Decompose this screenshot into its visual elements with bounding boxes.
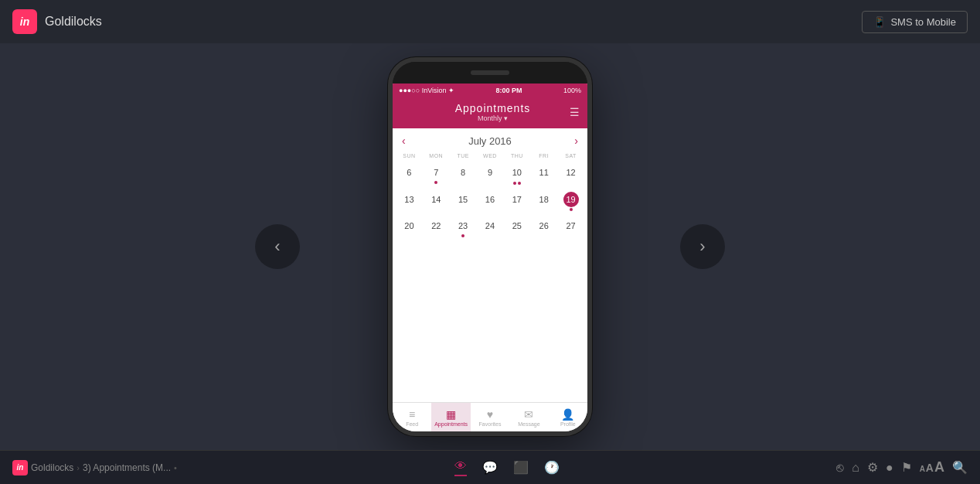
day-thu: THU [503,152,530,160]
tab-favorites-label: Favorites [479,421,502,427]
breadcrumb: in Goldilocks › 3) Appointments (M... • [12,460,177,475]
cal-day-26[interactable]: 26 [530,215,557,240]
cal-day-19[interactable]: 19 [557,189,584,214]
calendar: ‹ July 2016 › SUN MON TUE WED THU FRI SA… [393,128,587,402]
app-title: Goldilocks [45,15,102,29]
next-arrow[interactable]: › [680,224,725,269]
cal-day-24[interactable]: 24 [477,215,504,240]
cal-day-13[interactable]: 13 [396,189,423,214]
phone-speaker [471,70,509,75]
appointments-title: Appointments [416,102,570,114]
monthly-subtitle[interactable]: Monthly ▾ [416,114,570,122]
mobile-icon: 📱 [873,16,886,28]
comment-icon[interactable]: 💬 [482,460,498,475]
tab-profile-label: Profile [560,421,576,427]
app-header: Appointments Monthly ▾ ☰ [393,97,587,128]
tab-profile[interactable]: 👤 Profile [549,403,587,431]
breadcrumb-home[interactable]: Goldilocks [31,462,73,473]
cal-day-18[interactable]: 18 [530,189,557,214]
favorites-icon: ♥ [487,408,493,421]
status-bar-right: 100% [563,87,581,94]
cal-day-17[interactable]: 17 [503,189,530,214]
tab-appointments[interactable]: ▦ Appointments [431,403,470,431]
day-sun: SUN [396,152,423,160]
day-fri: FRI [530,152,557,160]
breadcrumb-sep: › [77,463,80,472]
home-button[interactable] [482,432,498,436]
cal-day-22[interactable]: 22 [423,215,450,240]
cal-next-arrow[interactable]: › [574,135,578,147]
top-header: in Goldilocks 📱 SMS to Mobile [0,0,980,43]
day-tue: TUE [450,152,477,160]
cal-day-23[interactable]: 23 [450,215,477,240]
header-left: in Goldilocks [12,9,102,34]
eye-icon[interactable]: 👁 [454,459,467,476]
phone-top [393,62,587,84]
phone-frame: ●●●○○ InVision ✦ 8:00 PM 100% Appointmen… [388,57,592,436]
tab-message[interactable]: ✉ Message [509,403,548,431]
day-wed: WED [477,152,504,160]
status-bar-left: ●●●○○ InVision ✦ [399,87,454,94]
screen-icon[interactable]: ⬛ [513,460,529,475]
appointments-icon: ▦ [446,408,456,421]
menu-icon[interactable]: ☰ [570,106,580,118]
main-content: ‹ ●●●○○ InVision ✦ 8:00 PM 100% [0,43,980,450]
cal-day-25[interactable]: 25 [503,215,530,240]
profile-icon: 👤 [561,408,574,421]
chevron-left-icon: ‹ [274,237,280,257]
cal-day-15[interactable]: 15 [450,189,477,214]
feed-icon: ≡ [409,408,415,421]
breadcrumb-dot: • [174,463,177,472]
cal-day-16[interactable]: 16 [477,189,504,214]
zoom-icon[interactable]: 🔍 [952,460,968,475]
calendar-day-headers: SUN MON TUE WED THU FRI SAT [393,150,587,162]
gear-icon[interactable]: ⚙ [867,460,878,475]
message-icon: ✉ [524,408,533,421]
text-size-large[interactable]: A [934,459,944,475]
cal-day-6[interactable]: 6 [396,162,423,188]
status-bar-time: 8:00 PM [496,87,522,94]
cal-prev-arrow[interactable]: ‹ [402,135,406,147]
clock-icon[interactable]: 🕐 [544,460,560,475]
bottom-right-icons: ⎋ ⌂ ⚙ ● ⚑ A A A 🔍 [836,459,968,475]
prev-arrow[interactable]: ‹ [255,224,300,269]
calendar-grid: 6 7 8 9 10 [393,162,587,240]
circle-icon[interactable]: ● [886,461,893,475]
cal-day-11[interactable]: 11 [530,162,557,188]
home-icon[interactable]: ⌂ [852,461,859,475]
sms-to-mobile-button[interactable]: 📱 SMS to Mobile [862,11,968,33]
bottom-bar: in Goldilocks › 3) Appointments (M... • … [0,450,980,484]
text-size-control[interactable]: A A A [920,459,944,475]
app-screen: ●●●○○ InVision ✦ 8:00 PM 100% Appointmen… [393,84,587,431]
calendar-nav: ‹ July 2016 › [393,128,587,150]
tab-feed-label: Feed [406,421,418,427]
cal-day-12[interactable]: 12 [557,162,584,188]
invision-logo: in [12,9,37,34]
cal-day-10[interactable]: 10 [503,162,530,188]
cal-day-20[interactable]: 20 [396,215,423,240]
status-bar: ●●●○○ InVision ✦ 8:00 PM 100% [393,84,587,97]
tab-appointments-label: Appointments [434,421,468,427]
battery-text: 100% [563,87,581,94]
flag-icon[interactable]: ⚑ [901,460,912,475]
bottom-center-icons: 👁 💬 ⬛ 🕐 [454,459,560,476]
tab-favorites[interactable]: ♥ Favorites [471,403,509,431]
tab-feed[interactable]: ≡ Feed [393,403,431,431]
text-size-small[interactable]: A [920,465,925,473]
text-size-medium[interactable]: A [926,462,934,474]
cal-day-7[interactable]: 7 [423,162,450,188]
cal-day-8[interactable]: 8 [450,162,477,188]
breadcrumb-current[interactable]: 3) Appointments (M... [83,462,171,473]
cal-day-27[interactable]: 27 [557,215,584,240]
day-mon: MON [423,152,450,160]
cal-day-14[interactable]: 14 [423,189,450,214]
chevron-right-icon: › [699,237,705,257]
tab-message-label: Message [518,421,539,427]
bottom-invision-logo: in [12,460,28,475]
carrier-text: ●●●○○ InVision ✦ [399,87,454,94]
day-sat: SAT [557,152,584,160]
calendar-month: July 2016 [468,135,512,147]
cal-day-9[interactable]: 9 [477,162,504,188]
share-icon[interactable]: ⎋ [836,461,844,475]
app-header-center: Appointments Monthly ▾ [416,102,570,122]
